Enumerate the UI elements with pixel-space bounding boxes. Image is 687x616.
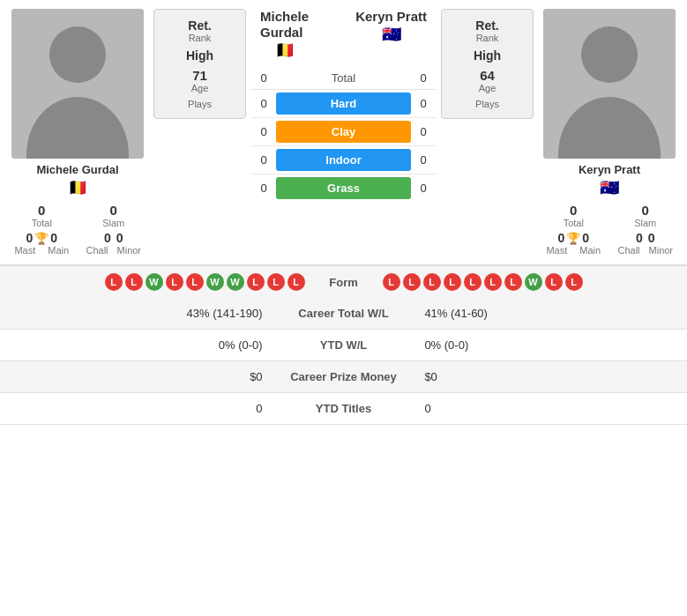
p1-form-10: L	[287, 273, 305, 291]
p2-name-top: Keryn Pratt 🇦🇺	[355, 9, 427, 60]
p1-rank-info: Ret. Rank	[188, 19, 211, 43]
p2-form-6: L	[484, 273, 502, 291]
player1-stats-grid: 0 Total 0 Slam 0 🏆 0 Mast Main	[7, 203, 148, 256]
ytd_titles-row: 0 YTD Titles 0	[0, 393, 687, 425]
career_wl-label: Career Total W/L	[275, 298, 413, 330]
player2-stats-grid: 0 Total 0 Slam 0 🏆 0 Mast Main	[539, 203, 680, 256]
ytd_wl-row: 0% (0-0) YTD W/L 0% (0-0)	[0, 330, 687, 361]
form-section: LLWLLWWLLL Form LLLLLLLWLL	[0, 264, 687, 298]
grass-surface-row: 0 Grass 0	[251, 174, 436, 202]
prize-row: $0 Career Prize Money $0	[0, 361, 687, 393]
p1-form-4: L	[166, 273, 183, 291]
p1-form-7: W	[227, 273, 244, 291]
player2-column: Keryn Pratt 🇦🇺 0 Total 0 Slam 0 🏆 0 Mast…	[539, 9, 680, 256]
p1-mast-stat: 0 🏆 0 Mast Main	[7, 231, 77, 256]
prize-p2: $0	[412, 361, 687, 393]
p1-high-info: High	[186, 48, 213, 63]
p2-age-info: 64 Age	[479, 68, 497, 93]
p2-form-3: L	[423, 273, 441, 291]
player2-flag: 🇦🇺	[600, 178, 619, 197]
p1-form-5: L	[186, 273, 204, 291]
p2-mast-stat: 0 🏆 0 Mast Main	[539, 231, 609, 256]
p2-form-8: W	[525, 273, 542, 291]
svg-point-4	[581, 26, 638, 83]
p1-form-2: L	[125, 273, 143, 291]
player2-photo	[543, 9, 676, 159]
player1-column: Michele Gurdal 🇧🇪 0 Total 0 Slam 0 🏆 0 M…	[7, 9, 148, 256]
player1-info-panel: Ret. Rank High 71 Age Plays	[153, 9, 246, 119]
indoor-surface-row: 0 Indoor 0	[251, 146, 436, 174]
p1-form-3: W	[146, 273, 163, 291]
career_wl-p2: 41% (41-60)	[412, 298, 687, 330]
p2-chall-stat: 0 0 Chall Minor	[611, 231, 681, 256]
player1-flag: 🇧🇪	[68, 178, 87, 197]
hard-surface-row: 0 Hard 0	[251, 90, 436, 118]
total-surface-row: 0 Total 0	[251, 67, 436, 90]
ytd_titles-label: YTD Titles	[275, 393, 413, 425]
clay-surface-row: 0 Clay 0	[251, 118, 436, 146]
p2-form-1: L	[383, 273, 400, 291]
p2-rank-info: Ret. Rank	[475, 19, 498, 43]
main-container: Michele Gurdal 🇧🇪 0 Total 0 Slam 0 🏆 0 M…	[0, 0, 687, 425]
ytd_titles-p1: 0	[0, 393, 275, 425]
names-top-row: MicheleGurdal 🇧🇪 Keryn Pratt 🇦🇺	[251, 9, 436, 67]
p1-chall-stat: 0 0 Chall Minor	[79, 231, 149, 256]
player2-info-panel: Ret. Rank High 64 Age Plays	[441, 9, 534, 119]
bottom-stats-table: 43% (141-190) Career Total W/L 41% (41-6…	[0, 298, 687, 425]
p1-slam-stat: 0 Slam	[79, 203, 149, 228]
player1-photo	[11, 9, 144, 159]
p2-form-5: L	[464, 273, 482, 291]
p2-total-stat: 0 Total	[539, 203, 609, 228]
p1-age-info: 71 Age	[191, 68, 209, 93]
top-section: Michele Gurdal 🇧🇪 0 Total 0 Slam 0 🏆 0 M…	[0, 0, 687, 264]
p2-high-info: High	[474, 48, 501, 63]
ytd_wl-p2: 0% (0-0)	[412, 330, 687, 361]
p1-name-top: MicheleGurdal 🇧🇪	[260, 9, 309, 60]
player2-name: Keryn Pratt	[579, 163, 640, 176]
form-label: Form	[309, 276, 379, 289]
p2-plays-info: Plays	[475, 99, 499, 109]
player1-name: Michele Gurdal	[36, 163, 118, 176]
ytd_titles-p2: 0	[412, 393, 687, 425]
p1-form-6: W	[206, 273, 224, 291]
p2-form-9: L	[545, 273, 563, 291]
p2-form-10: L	[565, 273, 583, 291]
p1-plays-info: Plays	[188, 99, 212, 109]
player1-form-badges: LLWLLWWLLL	[9, 273, 305, 291]
p2-form-4: L	[444, 273, 461, 291]
ytd_wl-p1: 0% (0-0)	[0, 330, 275, 361]
p1-form-1: L	[105, 273, 123, 291]
ytd_wl-label: YTD W/L	[275, 330, 413, 361]
career_wl-p1: 43% (141-190)	[0, 298, 275, 330]
career_wl-row: 43% (141-190) Career Total W/L 41% (41-6…	[0, 298, 687, 330]
player2-form-badges: LLLLLLLWLL	[383, 273, 679, 291]
prize-label: Career Prize Money	[275, 361, 413, 393]
prize-p1: $0	[0, 361, 275, 393]
surfaces-center: MicheleGurdal 🇧🇪 Keryn Pratt 🇦🇺 0 Total …	[251, 9, 436, 202]
p2-form-2: L	[403, 273, 421, 291]
p1-total-stat: 0 Total	[7, 203, 77, 228]
p2-slam-stat: 0 Slam	[611, 203, 681, 228]
p2-form-7: L	[504, 273, 522, 291]
svg-point-1	[49, 26, 106, 83]
p1-form-8: L	[247, 273, 265, 291]
p1-form-9: L	[267, 273, 285, 291]
